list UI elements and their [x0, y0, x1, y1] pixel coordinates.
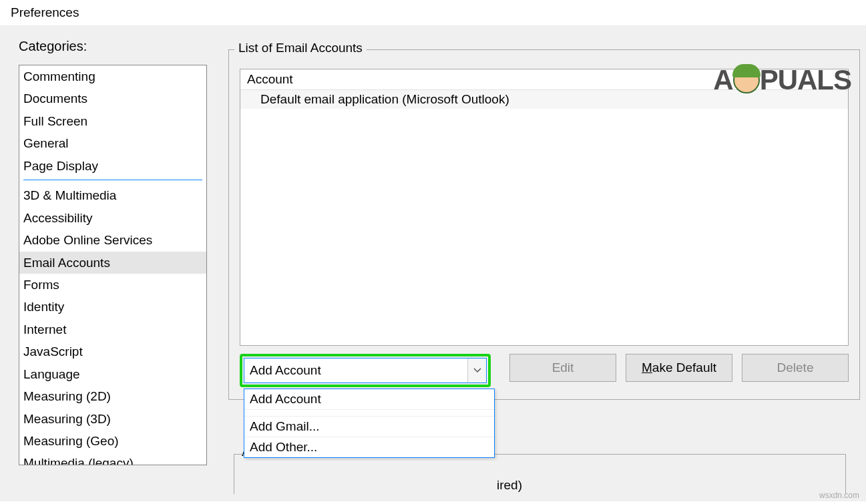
category-item[interactable]: Adobe Online Services	[19, 229, 206, 251]
category-item[interactable]: JavaScript	[19, 340, 206, 362]
categories-listbox[interactable]: Commenting Documents Full Screen General…	[19, 65, 207, 465]
categories-label: Categories:	[19, 39, 207, 54]
chevron-down-icon[interactable]	[467, 358, 486, 383]
logo-text-right: PUALS	[760, 64, 851, 96]
add-account-selected: Add Account	[244, 363, 467, 378]
watermark: wsxdn.com	[819, 491, 859, 500]
accounts-table[interactable]: Account Default email application (Micro…	[240, 69, 849, 346]
email-accounts-fieldset: List of Email Accounts Account Default e…	[228, 49, 860, 400]
category-item[interactable]: Full Screen	[19, 110, 206, 132]
dropdown-item[interactable]: Add Account	[244, 389, 494, 410]
category-item[interactable]: Language	[19, 363, 206, 385]
categories-sidebar: Categories: Commenting Documents Full Sc…	[19, 39, 207, 501]
category-item[interactable]: 3D & Multimedia	[19, 184, 206, 206]
dropdown-separator	[244, 410, 494, 417]
category-item[interactable]: Page Display	[19, 155, 206, 177]
category-item[interactable]: Forms	[19, 274, 206, 296]
category-item[interactable]: Identity	[19, 296, 206, 318]
add-account-dropdown-list[interactable]: Add Account Add Gmail... Add Other...	[244, 389, 495, 458]
logo-text-left: A	[713, 64, 732, 96]
fieldset-legend: List of Email Accounts	[234, 41, 367, 55]
category-item[interactable]: Documents	[19, 87, 206, 109]
window-title: Preferences	[0, 0, 866, 25]
dropdown-item[interactable]: Add Gmail...	[244, 417, 494, 437]
add-account-highlight: Add Account Add Account Add Gmail... Add…	[240, 354, 491, 387]
content-area: Categories: Commenting Documents Full Sc…	[0, 25, 866, 501]
make-default-button[interactable]: Make Default	[626, 354, 732, 382]
edit-button[interactable]: Edit	[509, 354, 616, 382]
appuals-logo: A PUALS	[713, 64, 851, 96]
category-item[interactable]: Accessibility	[19, 207, 206, 229]
category-divider	[23, 180, 202, 180]
main-panel: List of Email Accounts Account Default e…	[228, 39, 866, 501]
required-text-fragment: ired)	[497, 478, 522, 493]
category-item[interactable]: Internet	[19, 318, 206, 340]
add-account-dropdown[interactable]: Add Account	[244, 358, 487, 383]
category-item[interactable]: Measuring (3D)	[19, 408, 206, 430]
category-item[interactable]: Measuring (2D)	[19, 385, 206, 407]
button-row: Add Account Add Account Add Gmail... Add…	[240, 354, 849, 387]
category-item[interactable]: Commenting	[19, 65, 206, 87]
category-item-email-accounts[interactable]: Email Accounts	[19, 252, 206, 274]
second-fieldset-border	[234, 454, 846, 494]
category-item[interactable]: General	[19, 132, 206, 154]
delete-button[interactable]: Delete	[742, 354, 849, 382]
dropdown-item[interactable]: Add Other...	[244, 437, 494, 457]
category-item[interactable]: Multimedia (legacy)	[19, 452, 206, 465]
logo-face-icon	[733, 67, 760, 93]
category-item[interactable]: Measuring (Geo)	[19, 430, 206, 452]
